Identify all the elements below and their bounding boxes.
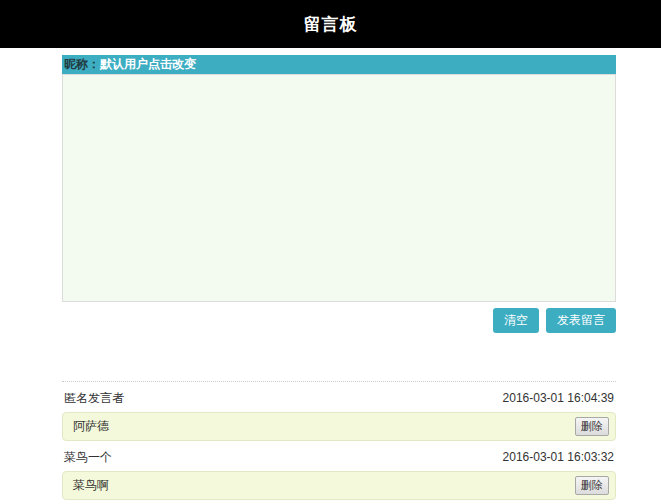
submit-button[interactable]: 发表留言 xyxy=(546,308,616,333)
page-title: 留言板 xyxy=(304,13,358,36)
message-author: 菜鸟一个 xyxy=(64,449,112,466)
nickname-label: 昵称： xyxy=(64,57,100,71)
message-textarea[interactable] xyxy=(62,74,616,302)
delete-button[interactable]: 删除 xyxy=(575,476,609,495)
message-content-box: 阿萨德 删除 xyxy=(62,412,616,441)
message-author: 匿名发言者 xyxy=(64,390,124,407)
message-content: 菜鸟啊 xyxy=(73,477,109,494)
message-timestamp: 2016-03-01 16:04:39 xyxy=(503,391,614,405)
message-item: 匿名发言者 2016-03-01 16:04:39 阿萨德 删除 xyxy=(62,382,616,441)
message-timestamp: 2016-03-01 16:03:32 xyxy=(503,450,614,464)
delete-button[interactable]: 删除 xyxy=(575,417,609,436)
message-header: 匿名发言者 2016-03-01 16:04:39 xyxy=(62,382,616,412)
message-header: 菜鸟一个 2016-03-01 16:03:32 xyxy=(62,441,616,471)
message-content-box: 菜鸟啊 删除 xyxy=(62,471,616,500)
nickname-bar[interactable]: 昵称：默认用户点击改变 xyxy=(62,55,616,74)
message-item: 菜鸟一个 2016-03-01 16:03:32 菜鸟啊 删除 xyxy=(62,441,616,500)
nickname-value[interactable]: 默认用户点击改变 xyxy=(100,57,196,71)
message-list: 匿名发言者 2016-03-01 16:04:39 阿萨德 删除 菜鸟一个 20… xyxy=(62,381,616,500)
form-actions: 清空 发表留言 xyxy=(62,308,616,333)
main-content: 昵称：默认用户点击改变 清空 发表留言 匿名发言者 2016-03-01 16:… xyxy=(62,55,616,500)
message-content: 阿萨德 xyxy=(73,418,109,435)
clear-button[interactable]: 清空 xyxy=(493,308,539,333)
app-header: 留言板 xyxy=(0,0,661,48)
